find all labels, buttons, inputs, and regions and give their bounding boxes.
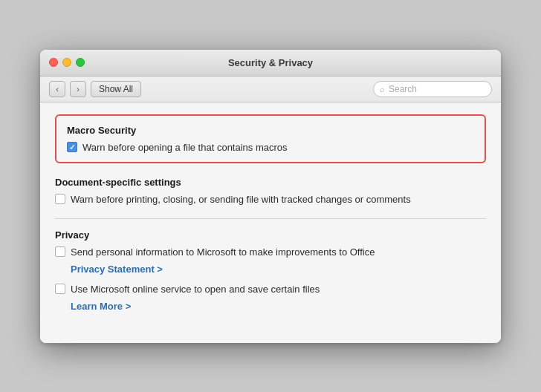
traffic-lights bbox=[49, 58, 85, 67]
search-icon: ⌕ bbox=[380, 85, 385, 94]
show-all-button[interactable]: Show All bbox=[91, 81, 141, 97]
search-box[interactable]: ⌕ Search bbox=[373, 81, 492, 97]
privacy-checkbox-row-1: Send personal information to Microsoft t… bbox=[55, 246, 486, 258]
macro-security-title: Macro Security bbox=[67, 125, 474, 136]
title-bar: Security & Privacy bbox=[40, 50, 501, 76]
divider-1 bbox=[55, 218, 486, 219]
document-settings-checkbox-label: Warn before printing, closing, or sendin… bbox=[71, 194, 411, 205]
privacy-online-service-label: Use Microsoft online service to open and… bbox=[71, 284, 320, 295]
macro-security-checkbox-label: Warn before opening a file that contains… bbox=[82, 142, 288, 153]
privacy-send-info-label: Send personal information to Microsoft t… bbox=[71, 246, 375, 258]
document-checkbox-row: Warn before printing, closing, or sendin… bbox=[55, 194, 486, 205]
search-placeholder: Search bbox=[389, 84, 417, 94]
learn-more-link[interactable]: Learn More > bbox=[71, 301, 486, 312]
macro-security-section: Macro Security Warn before opening a fil… bbox=[55, 114, 486, 163]
close-button[interactable] bbox=[49, 58, 58, 67]
privacy-checkbox-row-2: Use Microsoft online service to open and… bbox=[55, 284, 486, 295]
macro-security-checkbox[interactable] bbox=[67, 142, 77, 152]
privacy-title: Privacy bbox=[55, 229, 486, 241]
content-area: Macro Security Warn before opening a fil… bbox=[40, 102, 501, 343]
window-title: Security & Privacy bbox=[228, 57, 313, 68]
toolbar: ‹ › Show All ⌕ Search bbox=[40, 76, 501, 102]
document-settings-title: Document-specific settings bbox=[55, 177, 486, 188]
maximize-button[interactable] bbox=[76, 58, 85, 67]
privacy-online-service-checkbox[interactable] bbox=[55, 284, 65, 294]
forward-button[interactable]: › bbox=[70, 81, 86, 97]
macro-checkbox-row: Warn before opening a file that contains… bbox=[67, 142, 474, 153]
back-button[interactable]: ‹ bbox=[49, 81, 65, 97]
privacy-statement-link[interactable]: Privacy Statement > bbox=[71, 264, 486, 275]
minimize-button[interactable] bbox=[62, 58, 71, 67]
privacy-section: Privacy Send personal information to Mic… bbox=[55, 229, 486, 312]
document-settings-section: Document-specific settings Warn before p… bbox=[55, 177, 486, 205]
privacy-send-info-checkbox[interactable] bbox=[55, 246, 65, 257]
document-settings-checkbox[interactable] bbox=[55, 194, 65, 204]
main-window: Security & Privacy ‹ › Show All ⌕ Search… bbox=[40, 50, 501, 343]
